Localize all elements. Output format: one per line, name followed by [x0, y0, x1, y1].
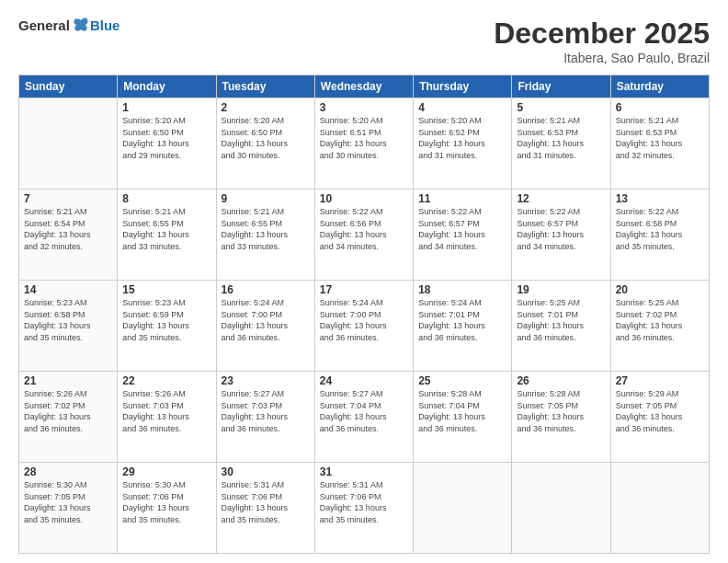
day-number: 4 [418, 101, 506, 114]
day-number: 10 [320, 192, 408, 205]
day-info: Sunrise: 5:26 AMSunset: 7:02 PMDaylight:… [24, 388, 112, 434]
day-info: Sunrise: 5:27 AMSunset: 7:03 PMDaylight:… [222, 388, 310, 434]
day-info: Sunrise: 5:23 AMSunset: 6:59 PMDaylight:… [122, 297, 210, 343]
calendar-cell: 3Sunrise: 5:20 AMSunset: 6:51 PMDaylight… [314, 98, 413, 190]
calendar-cell: 17Sunrise: 5:24 AMSunset: 7:00 PMDayligh… [314, 281, 413, 372]
calendar-cell: 29Sunrise: 5:30 AMSunset: 7:06 PMDayligh… [118, 463, 216, 554]
calendar-cell: 21Sunrise: 5:26 AMSunset: 7:02 PMDayligh… [19, 372, 118, 463]
day-number: 19 [517, 283, 605, 296]
day-info: Sunrise: 5:20 AMSunset: 6:50 PMDaylight:… [122, 115, 210, 161]
day-number: 28 [24, 465, 112, 478]
calendar-cell: 15Sunrise: 5:23 AMSunset: 6:59 PMDayligh… [118, 281, 216, 372]
day-number: 27 [616, 374, 704, 387]
calendar-cell: 12Sunrise: 5:22 AMSunset: 6:57 PMDayligh… [512, 190, 610, 281]
calendar-cell [512, 463, 610, 554]
calendar-cell: 16Sunrise: 5:24 AMSunset: 7:00 PMDayligh… [216, 281, 314, 372]
day-number: 20 [616, 283, 704, 296]
day-number: 15 [122, 283, 210, 296]
day-info: Sunrise: 5:28 AMSunset: 7:04 PMDaylight:… [418, 388, 506, 434]
calendar-cell: 31Sunrise: 5:31 AMSunset: 7:06 PMDayligh… [314, 463, 413, 554]
day-number: 6 [616, 101, 704, 114]
day-number: 30 [222, 465, 310, 478]
day-number: 12 [517, 192, 605, 205]
calendar-weekday-header: Sunday [19, 75, 118, 98]
day-info: Sunrise: 5:26 AMSunset: 7:03 PMDaylight:… [122, 388, 210, 434]
day-info: Sunrise: 5:22 AMSunset: 6:58 PMDaylight:… [616, 206, 704, 252]
calendar-weekday-header: Saturday [610, 75, 709, 98]
day-number: 1 [122, 101, 210, 114]
calendar-cell: 7Sunrise: 5:21 AMSunset: 6:54 PMDaylight… [19, 190, 118, 281]
calendar-week-row: 21Sunrise: 5:26 AMSunset: 7:02 PMDayligh… [19, 372, 710, 463]
calendar-weekday-header: Tuesday [216, 75, 314, 98]
calendar-week-row: 7Sunrise: 5:21 AMSunset: 6:54 PMDaylight… [19, 190, 710, 281]
calendar-cell: 8Sunrise: 5:21 AMSunset: 6:55 PMDaylight… [118, 190, 216, 281]
logo-bird-icon [72, 17, 90, 33]
calendar-cell: 4Sunrise: 5:20 AMSunset: 6:52 PMDaylight… [414, 98, 512, 190]
calendar-weekday-header: Monday [118, 75, 216, 98]
day-number: 13 [616, 192, 704, 205]
page-title: December 2025 [494, 17, 710, 51]
calendar-cell: 5Sunrise: 5:21 AMSunset: 6:53 PMDaylight… [512, 98, 610, 190]
day-info: Sunrise: 5:21 AMSunset: 6:53 PMDaylight:… [616, 115, 704, 161]
calendar-cell: 25Sunrise: 5:28 AMSunset: 7:04 PMDayligh… [414, 372, 512, 463]
day-number: 5 [517, 101, 605, 114]
calendar-cell: 10Sunrise: 5:22 AMSunset: 6:56 PMDayligh… [314, 190, 413, 281]
day-info: Sunrise: 5:25 AMSunset: 7:01 PMDaylight:… [517, 297, 605, 343]
calendar-week-row: 1Sunrise: 5:20 AMSunset: 6:50 PMDaylight… [19, 98, 710, 190]
day-number: 3 [320, 101, 408, 114]
day-info: Sunrise: 5:30 AMSunset: 7:05 PMDaylight:… [24, 479, 112, 525]
day-info: Sunrise: 5:23 AMSunset: 6:58 PMDaylight:… [24, 297, 112, 343]
day-info: Sunrise: 5:27 AMSunset: 7:04 PMDaylight:… [320, 388, 408, 434]
day-number: 29 [122, 465, 210, 478]
day-info: Sunrise: 5:22 AMSunset: 6:56 PMDaylight:… [320, 206, 408, 252]
day-number: 16 [222, 283, 310, 296]
calendar-cell [610, 463, 709, 554]
day-number: 23 [222, 374, 310, 387]
day-number: 31 [320, 465, 408, 478]
day-info: Sunrise: 5:20 AMSunset: 6:52 PMDaylight:… [418, 115, 506, 161]
day-number: 18 [418, 283, 506, 296]
day-info: Sunrise: 5:29 AMSunset: 7:05 PMDaylight:… [616, 388, 704, 434]
calendar-cell: 30Sunrise: 5:31 AMSunset: 7:06 PMDayligh… [216, 463, 314, 554]
day-info: Sunrise: 5:20 AMSunset: 6:51 PMDaylight:… [320, 115, 408, 161]
day-number: 8 [122, 192, 210, 205]
logo-blue: Blue [90, 17, 120, 33]
calendar-cell: 22Sunrise: 5:26 AMSunset: 7:03 PMDayligh… [118, 372, 216, 463]
day-info: Sunrise: 5:21 AMSunset: 6:55 PMDaylight:… [122, 206, 210, 252]
calendar-week-row: 14Sunrise: 5:23 AMSunset: 6:58 PMDayligh… [19, 281, 710, 372]
header: General Blue December 2025 Itabera, Sao … [18, 17, 710, 65]
day-number: 26 [517, 374, 605, 387]
calendar-table: SundayMondayTuesdayWednesdayThursdayFrid… [18, 75, 710, 554]
calendar-header-row: SundayMondayTuesdayWednesdayThursdayFrid… [19, 75, 710, 98]
day-number: 14 [24, 283, 112, 296]
calendar-weekday-header: Wednesday [314, 75, 413, 98]
calendar-cell: 2Sunrise: 5:20 AMSunset: 6:50 PMDaylight… [216, 98, 314, 190]
calendar-weekday-header: Friday [512, 75, 610, 98]
calendar-cell: 20Sunrise: 5:25 AMSunset: 7:02 PMDayligh… [610, 281, 709, 372]
calendar-cell: 19Sunrise: 5:25 AMSunset: 7:01 PMDayligh… [512, 281, 610, 372]
day-info: Sunrise: 5:21 AMSunset: 6:55 PMDaylight:… [222, 206, 310, 252]
day-number: 7 [24, 192, 112, 205]
calendar-cell: 14Sunrise: 5:23 AMSunset: 6:58 PMDayligh… [19, 281, 118, 372]
day-info: Sunrise: 5:22 AMSunset: 6:57 PMDaylight:… [418, 206, 506, 252]
day-info: Sunrise: 5:24 AMSunset: 7:01 PMDaylight:… [418, 297, 506, 343]
day-info: Sunrise: 5:31 AMSunset: 7:06 PMDaylight:… [320, 479, 408, 525]
day-info: Sunrise: 5:28 AMSunset: 7:05 PMDaylight:… [517, 388, 605, 434]
calendar-cell: 18Sunrise: 5:24 AMSunset: 7:01 PMDayligh… [414, 281, 512, 372]
page: General Blue December 2025 Itabera, Sao … [0, 0, 728, 563]
calendar-cell: 6Sunrise: 5:21 AMSunset: 6:53 PMDaylight… [610, 98, 709, 190]
calendar-cell: 1Sunrise: 5:20 AMSunset: 6:50 PMDaylight… [118, 98, 216, 190]
calendar-cell: 23Sunrise: 5:27 AMSunset: 7:03 PMDayligh… [216, 372, 314, 463]
calendar-cell: 13Sunrise: 5:22 AMSunset: 6:58 PMDayligh… [610, 190, 709, 281]
day-info: Sunrise: 5:25 AMSunset: 7:02 PMDaylight:… [616, 297, 704, 343]
calendar-cell: 28Sunrise: 5:30 AMSunset: 7:05 PMDayligh… [19, 463, 118, 554]
day-number: 24 [320, 374, 408, 387]
calendar-cell [414, 463, 512, 554]
calendar-cell: 11Sunrise: 5:22 AMSunset: 6:57 PMDayligh… [414, 190, 512, 281]
day-info: Sunrise: 5:24 AMSunset: 7:00 PMDaylight:… [222, 297, 310, 343]
page-subtitle: Itabera, Sao Paulo, Brazil [494, 51, 710, 65]
day-number: 17 [320, 283, 408, 296]
day-info: Sunrise: 5:21 AMSunset: 6:53 PMDaylight:… [517, 115, 605, 161]
calendar-weekday-header: Thursday [414, 75, 512, 98]
day-number: 9 [222, 192, 310, 205]
